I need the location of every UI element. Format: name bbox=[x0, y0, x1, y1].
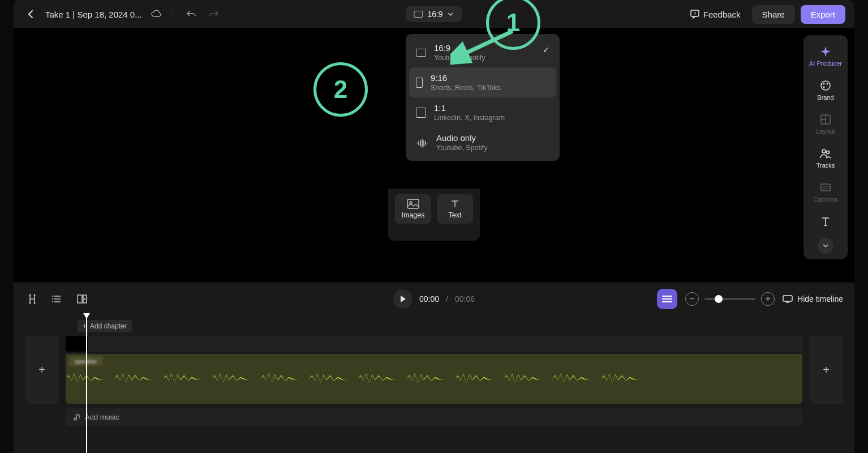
chevron-down-icon bbox=[448, 12, 454, 16]
svg-point-16 bbox=[34, 302, 36, 304]
hide-timeline-label: Hide timeline bbox=[797, 294, 843, 304]
zoom-out-button[interactable]: − bbox=[685, 292, 699, 306]
share-button[interactable]: Share bbox=[752, 5, 795, 24]
text-icon bbox=[450, 199, 460, 209]
project-title[interactable]: Take 1 | Sep 18, 2024 0... bbox=[45, 10, 142, 19]
aspect-ratio-button[interactable]: 16:9 bbox=[406, 6, 462, 22]
add-images-button[interactable]: Images bbox=[395, 194, 431, 224]
export-button[interactable]: Export bbox=[801, 5, 845, 24]
svg-point-7 bbox=[823, 87, 825, 88]
dropdown-item-audio[interactable]: Audio only Youtube, Spotify bbox=[409, 127, 556, 157]
svg-text:?: ? bbox=[694, 11, 697, 16]
feedback-button[interactable]: ? Feedback bbox=[684, 6, 746, 23]
rail-label: Brand bbox=[817, 94, 833, 101]
zoom-control: − + bbox=[685, 292, 775, 306]
current-time: 00:00 bbox=[419, 294, 439, 304]
play-button[interactable] bbox=[393, 289, 412, 309]
rail-label: Captions bbox=[813, 196, 837, 203]
portrait-icon bbox=[416, 78, 423, 88]
feedback-label: Feedback bbox=[703, 10, 741, 19]
zoom-thumb[interactable] bbox=[715, 295, 723, 303]
svg-rect-22 bbox=[783, 296, 792, 301]
rail-label: AI Producer bbox=[809, 60, 842, 67]
rail-tracks[interactable]: Tracks bbox=[803, 143, 848, 173]
option-subtitle: Shorts, Reels, TikToks bbox=[431, 84, 501, 92]
add-chapter-button[interactable]: + Add chapter bbox=[77, 320, 132, 332]
aspect-label: 16:9 bbox=[427, 10, 442, 19]
svg-point-17 bbox=[52, 296, 53, 297]
rail-ai-producer[interactable]: AI Producer bbox=[803, 41, 848, 71]
app-header: Take 1 | Sep 18, 2024 0... 16:9 ? Feedba… bbox=[14, 0, 854, 28]
music-note-icon bbox=[72, 413, 80, 421]
rail-captions[interactable]: CC Captions bbox=[803, 177, 848, 207]
video-track[interactable] bbox=[66, 336, 802, 352]
landscape-icon bbox=[414, 11, 423, 18]
timeline-toolbar: 00:00 / 00:06 − + Hide timeline bbox=[14, 283, 854, 314]
audio-track[interactable]: speaker bbox=[66, 354, 802, 404]
zoom-in-button[interactable]: + bbox=[761, 292, 775, 306]
svg-point-13 bbox=[29, 294, 31, 296]
svg-rect-2 bbox=[407, 199, 419, 208]
rail-expand-button[interactable] bbox=[818, 238, 833, 254]
audio-wave-icon bbox=[416, 139, 428, 147]
play-icon bbox=[399, 295, 407, 303]
dropdown-item-16-9[interactable]: 16:9 Youtube, Spotify bbox=[409, 37, 556, 67]
svg-rect-20 bbox=[78, 295, 82, 303]
svg-text:CC: CC bbox=[823, 186, 828, 190]
rail-layout[interactable]: Layout bbox=[803, 109, 848, 139]
cloud-sync-icon[interactable] bbox=[151, 10, 162, 19]
zoom-slider[interactable] bbox=[704, 298, 755, 300]
chevron-down-icon bbox=[822, 243, 829, 248]
tile-label: Text bbox=[449, 211, 462, 219]
undo-button[interactable] bbox=[183, 6, 199, 22]
svg-point-6 bbox=[827, 83, 828, 85]
back-button[interactable] bbox=[23, 6, 38, 22]
divider bbox=[173, 8, 173, 20]
add-music-label: Add music bbox=[85, 413, 119, 421]
svg-point-9 bbox=[822, 149, 826, 153]
playhead[interactable] bbox=[86, 314, 87, 453]
option-label: 16:9 bbox=[434, 43, 485, 53]
hide-timeline-button[interactable]: Hide timeline bbox=[783, 294, 843, 304]
feedback-icon: ? bbox=[690, 9, 700, 19]
timeline: + Add chapter + speaker Add music bbox=[14, 314, 854, 453]
text-tool-icon bbox=[819, 215, 832, 228]
option-subtitle: Youtube, Spotify bbox=[434, 54, 485, 62]
option-label: Audio only bbox=[436, 133, 488, 143]
layout-icon bbox=[819, 113, 832, 126]
add-track-after-button[interactable]: + bbox=[809, 336, 843, 404]
aspect-dropdown: 16:9 Youtube, Spotify 9:16 Shorts, Reels… bbox=[406, 34, 560, 161]
timeline-mode-icon bbox=[661, 294, 673, 304]
rail-brand[interactable]: Brand bbox=[803, 75, 848, 105]
svg-point-10 bbox=[827, 151, 830, 154]
dropdown-item-1-1[interactable]: 1:1 LinkedIn, X, Instagram bbox=[409, 97, 556, 127]
total-time: 00:06 bbox=[455, 294, 475, 304]
list-button[interactable] bbox=[50, 292, 65, 306]
dropdown-item-9-16[interactable]: 9:16 Shorts, Reels, TikToks bbox=[409, 67, 556, 97]
waveform bbox=[66, 365, 802, 393]
captions-icon: CC bbox=[819, 181, 832, 194]
time-separator: / bbox=[446, 294, 448, 304]
split-button[interactable] bbox=[25, 292, 40, 306]
right-rail: AI Producer Brand Layout Tracks CC Capti… bbox=[803, 35, 848, 259]
layout-toggle-button[interactable] bbox=[75, 292, 89, 306]
add-text-button[interactable]: Text bbox=[437, 194, 473, 224]
video-clip[interactable] bbox=[66, 336, 88, 352]
svg-point-18 bbox=[52, 298, 53, 300]
square-icon bbox=[416, 108, 426, 118]
svg-point-5 bbox=[823, 83, 825, 85]
svg-point-19 bbox=[52, 301, 53, 302]
option-subtitle: Youtube, Spotify bbox=[436, 144, 488, 152]
add-panel: Images Text bbox=[388, 189, 480, 241]
redo-button[interactable] bbox=[206, 6, 222, 22]
option-subtitle: LinkedIn, X, Instagram bbox=[434, 114, 505, 122]
rail-text-tool[interactable] bbox=[803, 211, 848, 232]
chapter-label: Add chapter bbox=[90, 322, 127, 330]
rail-label: Layout bbox=[816, 128, 835, 135]
svg-point-4 bbox=[821, 81, 830, 90]
add-track-before-button[interactable]: + bbox=[25, 336, 59, 404]
monitor-icon bbox=[783, 295, 793, 303]
add-music-button[interactable]: Add music bbox=[66, 408, 802, 426]
timeline-mode-button[interactable] bbox=[657, 289, 677, 309]
option-label: 1:1 bbox=[434, 103, 505, 113]
